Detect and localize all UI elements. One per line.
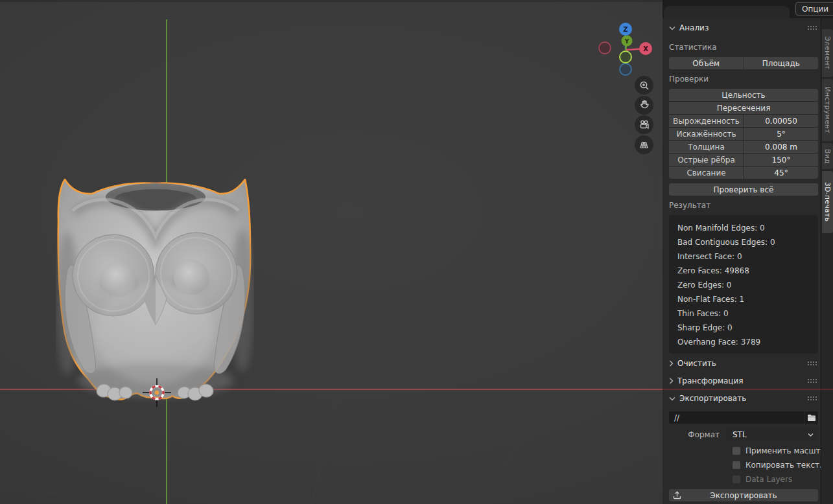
panel-header-analyze[interactable]: Анализ xyxy=(669,23,818,33)
panel-title: Трансформация xyxy=(677,376,744,385)
header-band: Опции xyxy=(663,0,833,18)
panel-drag-handle[interactable] xyxy=(807,378,817,384)
panel-header-export[interactable]: Экспортировать xyxy=(669,393,818,404)
axis-x-handle: X xyxy=(639,42,652,55)
check-thickness-button[interactable]: Толщина xyxy=(669,141,744,153)
chevron-down-icon xyxy=(669,26,675,30)
3d-cursor xyxy=(141,377,172,408)
chevron-right-icon xyxy=(669,360,674,367)
data-layers-checkbox: Data Layers xyxy=(733,475,792,484)
svg-text:Y: Y xyxy=(624,38,629,45)
overhang-value-field[interactable]: 45° xyxy=(744,166,818,179)
axis-neg-x-handle xyxy=(599,42,611,54)
result-row: Non-Flat Faces: 1 xyxy=(677,292,818,306)
check-all-button[interactable]: Проверить всё xyxy=(669,183,818,196)
check-solid-button[interactable]: Цельность xyxy=(669,89,818,101)
apply-scale-checkbox[interactable]: Применить масштаб xyxy=(733,446,830,455)
sidebar-tab-view[interactable]: Вид xyxy=(822,143,833,169)
export-path-input[interactable]: // xyxy=(669,411,804,424)
browse-folder-button[interactable] xyxy=(804,411,818,424)
axis-y-handle: Y xyxy=(622,36,633,47)
svg-text:Z: Z xyxy=(623,26,628,33)
options-button[interactable]: Опции xyxy=(795,2,833,16)
navigation-gizmo[interactable]: Y Z X xyxy=(596,18,656,78)
checkbox-label: Data Layers xyxy=(745,475,792,484)
sharp-edges-value-field[interactable]: 150° xyxy=(744,154,818,166)
zoom-icon xyxy=(639,80,650,91)
panel-drag-handle[interactable] xyxy=(807,361,817,366)
result-row: Sharp Edge: 0 xyxy=(677,321,818,335)
pan-button[interactable] xyxy=(635,96,653,115)
checkbox-box xyxy=(733,461,740,469)
volume-button[interactable]: Объём xyxy=(669,57,744,69)
result-row: Non Manifold Edges: 0 xyxy=(677,221,818,235)
svg-text:X: X xyxy=(643,45,648,52)
folder-icon xyxy=(807,414,816,422)
sidebar-tab-3d-print[interactable]: 3D-печать xyxy=(822,171,833,233)
panel-header-cleanup[interactable]: Очистить xyxy=(669,358,818,369)
sidebar-tab-tool[interactable]: Инструмент xyxy=(822,79,833,141)
checkbox-box xyxy=(733,475,740,483)
chevron-down-icon xyxy=(808,433,814,437)
format-dropdown[interactable]: STL xyxy=(726,428,818,441)
check-distorted-button[interactable]: Искажённость xyxy=(669,128,744,140)
header-tab-shape xyxy=(664,6,790,18)
axis-z-handle: Z xyxy=(619,23,632,36)
checkbox-box xyxy=(733,447,740,455)
area-button[interactable]: Площадь xyxy=(744,57,819,69)
result-row: Bad Contiguous Edges: 0 xyxy=(677,235,818,249)
axis-x-line-overlay xyxy=(663,389,833,390)
panel-drag-handle[interactable] xyxy=(807,25,817,30)
panel-title: Очистить xyxy=(677,359,716,368)
format-value: STL xyxy=(733,430,808,439)
panel-title: Экспортировать xyxy=(679,394,746,403)
format-label: Формат xyxy=(669,430,726,439)
sidebar-3d-print: Анализ Статистика Объём Площадь Проверки… xyxy=(663,18,821,504)
chevron-down-icon xyxy=(832,7,832,11)
grid-line xyxy=(485,377,553,504)
axis-neg-z-handle xyxy=(620,63,631,75)
result-row: Overhang Face: 3789 xyxy=(677,335,818,349)
sidebar-tabstrip: Элемент Инструмент Вид 3D-печать xyxy=(821,18,833,504)
export-button[interactable]: Экспортировать xyxy=(669,489,818,501)
export-button-label: Экспортировать xyxy=(710,491,777,500)
check-degenerate-button[interactable]: Вырожденность xyxy=(669,115,744,127)
result-row: Intersect Face: 0 xyxy=(677,249,818,264)
panel-title: Анализ xyxy=(679,23,709,32)
hand-icon xyxy=(639,100,650,110)
axis-neg-y-handle xyxy=(620,51,631,63)
check-sharp-edges-button[interactable]: Острые рёбра xyxy=(669,154,744,166)
sidebar-tab-item[interactable]: Элемент xyxy=(822,29,833,77)
check-intersections-button[interactable]: Пересечения xyxy=(669,102,818,114)
checks-label: Проверки xyxy=(669,74,818,84)
chevron-right-icon xyxy=(669,378,674,384)
result-box: Non Manifold Edges: 0 Bad Contiguous Edg… xyxy=(669,215,818,354)
statistics-label: Статистика xyxy=(669,43,818,52)
panel-drag-handle[interactable] xyxy=(807,396,817,401)
thickness-value-field[interactable]: 0.008 m xyxy=(744,141,818,153)
result-row: Thin Faces: 0 xyxy=(677,306,818,321)
checkbox-label: Применить масштаб xyxy=(745,446,830,455)
result-row: Zero Edges: 0 xyxy=(677,278,818,292)
check-overhang-button[interactable]: Свисание xyxy=(669,166,744,179)
blender-window: Y Z X xyxy=(0,0,833,504)
result-row: Zero Faces: 49868 xyxy=(677,264,818,278)
copy-textures-checkbox[interactable]: Копировать текст... xyxy=(733,461,827,470)
chevron-down-icon xyxy=(669,396,675,401)
result-label: Результат xyxy=(669,201,818,210)
grid-line xyxy=(0,491,350,499)
panel-header-transform[interactable]: Трансформация xyxy=(669,376,818,386)
perspective-toggle-button[interactable] xyxy=(635,135,653,154)
checkbox-label: Копировать текст... xyxy=(745,461,827,470)
grid-line xyxy=(311,376,344,504)
grid-icon xyxy=(639,139,650,150)
degenerate-value-field[interactable]: 0.00050 xyxy=(744,115,818,127)
camera-view-button[interactable] xyxy=(635,115,653,134)
export-icon xyxy=(672,490,682,500)
options-button-label: Опции xyxy=(802,5,828,14)
viewport-toolbar xyxy=(635,76,654,155)
camera-icon xyxy=(639,119,650,130)
zoom-button[interactable] xyxy=(635,76,653,95)
distorted-value-field[interactable]: 5° xyxy=(744,128,818,140)
